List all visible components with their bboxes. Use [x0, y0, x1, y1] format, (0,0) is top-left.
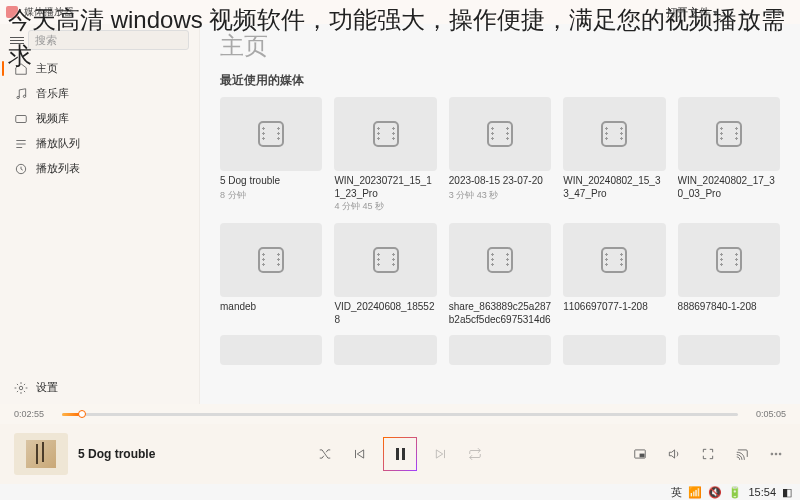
miniplayer-button[interactable] — [630, 444, 650, 464]
media-card[interactable]: 1106697077-1-208 — [563, 223, 665, 325]
repeat-button[interactable] — [465, 444, 485, 464]
film-icon — [487, 247, 513, 273]
film-icon — [258, 247, 284, 273]
media-thumb — [563, 223, 665, 297]
media-title: 888697840-1-208 — [678, 301, 780, 314]
film-icon — [601, 247, 627, 273]
film-icon — [373, 247, 399, 273]
sidebar-item-video[interactable]: 视频库 — [0, 106, 199, 131]
svg-point-9 — [779, 453, 781, 455]
player-bar: 5 Dog trouble — [0, 424, 800, 484]
ime-indicator[interactable]: 英 — [671, 485, 682, 500]
media-title: 2023-08-15 23-07-20 — [449, 175, 551, 188]
media-card[interactable]: WIN_20240802_17_30_03_Pro — [678, 97, 780, 213]
open-file-button[interactable]: 打开文件 ▾ — [658, 3, 726, 22]
battery-icon[interactable]: 🔋 — [728, 486, 742, 499]
media-title: WIN_20230721_15_11_23_Pro — [334, 175, 436, 199]
sound-icon[interactable]: 🔇 — [708, 486, 722, 499]
cast-button[interactable] — [732, 444, 752, 464]
media-card[interactable] — [563, 335, 665, 365]
prev-button[interactable] — [349, 444, 369, 464]
media-card[interactable]: share_863889c25a287b2a5cf5dec6975314d6 — [449, 223, 551, 325]
media-card[interactable]: 888697840-1-208 — [678, 223, 780, 325]
notif-icon[interactable]: ◧ — [782, 486, 792, 499]
sidebar-item-playlist[interactable]: 播放列表 — [0, 156, 199, 181]
sidebar-item-home[interactable]: 主页 — [0, 56, 199, 81]
now-playing-thumb[interactable] — [14, 433, 68, 475]
wifi-icon[interactable]: 📶 — [688, 486, 702, 499]
progress-row: 0:02:55 0:05:05 — [0, 404, 800, 424]
page-title: 主页 — [220, 30, 780, 62]
sidebar-item-queue[interactable]: 播放队列 — [0, 131, 199, 156]
volume-button[interactable] — [664, 444, 684, 464]
menu-icon[interactable] — [10, 37, 24, 44]
clock[interactable]: 15:54 — [748, 486, 776, 498]
close-button[interactable]: × — [766, 6, 794, 18]
film-icon — [716, 121, 742, 147]
gear-icon — [14, 381, 28, 395]
sidebar-item-label: 设置 — [36, 380, 58, 395]
film-icon — [258, 121, 284, 147]
app-icon — [6, 6, 18, 18]
media-card[interactable]: 5 Dog trouble8 分钟 — [220, 97, 322, 213]
media-thumb — [449, 97, 551, 171]
film-icon — [601, 121, 627, 147]
media-title: WIN_20240802_15_33_47_Pro — [563, 175, 665, 199]
minimize-button[interactable]: — — [732, 6, 760, 18]
media-card[interactable]: 2023-08-15 23-07-203 分钟 43 秒 — [449, 97, 551, 213]
video-icon — [14, 112, 28, 126]
media-grid: 5 Dog trouble8 分钟WIN_20230721_15_11_23_P… — [220, 97, 780, 325]
next-button[interactable] — [431, 444, 451, 464]
media-duration: 3 分钟 43 秒 — [449, 189, 551, 202]
search-input[interactable]: 搜索 — [28, 30, 189, 50]
right-controls — [630, 444, 786, 464]
media-title: share_863889c25a287b2a5cf5dec6975314d6 — [449, 301, 551, 325]
media-card[interactable]: VID_20240608_185528 — [334, 223, 436, 325]
sidebar-item-label: 播放列表 — [36, 161, 80, 176]
player-controls — [315, 437, 485, 471]
media-thumb — [220, 97, 322, 171]
media-card[interactable]: WIN_20240802_15_33_47_Pro — [563, 97, 665, 213]
svg-point-4 — [19, 386, 23, 390]
media-title: 5 Dog trouble — [220, 175, 322, 188]
media-duration: 8 分钟 — [220, 189, 322, 202]
media-card[interactable]: WIN_20230721_15_11_23_Pro4 分钟 45 秒 — [334, 97, 436, 213]
sidebar: 搜索 主页 音乐库 视频库 播放队列 播放列表 设置 — [0, 24, 200, 404]
more-button[interactable] — [766, 444, 786, 464]
svg-point-1 — [23, 95, 25, 97]
shuffle-button[interactable] — [315, 444, 335, 464]
media-thumb — [449, 223, 551, 297]
media-thumb — [220, 223, 322, 297]
media-card[interactable]: mandeb — [220, 223, 322, 325]
content-area: 主页 最近使用的媒体 5 Dog trouble8 分钟WIN_20230721… — [200, 24, 800, 404]
sidebar-item-label: 音乐库 — [36, 86, 69, 101]
media-thumb — [449, 335, 551, 365]
queue-icon — [14, 137, 28, 151]
media-duration: 4 分钟 45 秒 — [334, 200, 436, 213]
media-card[interactable] — [334, 335, 436, 365]
media-thumb — [563, 335, 665, 365]
fullscreen-button[interactable] — [698, 444, 718, 464]
media-title: mandeb — [220, 301, 322, 314]
media-title: WIN_20240802_17_30_03_Pro — [678, 175, 780, 199]
film-icon — [487, 121, 513, 147]
music-icon — [14, 87, 28, 101]
play-pause-button[interactable] — [383, 437, 417, 471]
media-title: 1106697077-1-208 — [563, 301, 665, 314]
sidebar-item-settings[interactable]: 设置 — [0, 375, 199, 400]
film-icon — [373, 121, 399, 147]
media-thumb — [678, 335, 780, 365]
media-card[interactable] — [678, 335, 780, 365]
media-card[interactable] — [220, 335, 322, 365]
svg-point-7 — [771, 453, 773, 455]
media-thumb — [678, 97, 780, 171]
seek-slider[interactable] — [62, 413, 738, 416]
sidebar-item-label: 主页 — [36, 61, 58, 76]
svg-point-8 — [775, 453, 777, 455]
elapsed-time: 0:02:55 — [14, 409, 54, 419]
sidebar-item-label: 视频库 — [36, 111, 69, 126]
svg-rect-2 — [16, 115, 27, 122]
media-card[interactable] — [449, 335, 551, 365]
sidebar-item-music[interactable]: 音乐库 — [0, 81, 199, 106]
sidebar-item-label: 播放队列 — [36, 136, 80, 151]
